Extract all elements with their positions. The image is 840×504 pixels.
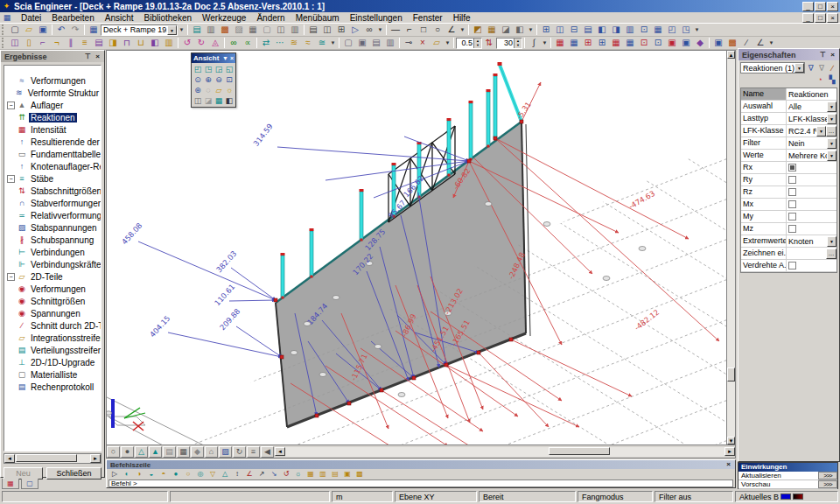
opening-icon[interactable]: ¬	[50, 37, 64, 49]
property-value[interactable]	[787, 162, 836, 173]
subregion-icon[interactable]: ⊓	[120, 37, 134, 49]
support-node[interactable]	[494, 136, 497, 140]
support-node[interactable]	[467, 159, 471, 163]
rectangle-tool-icon[interactable]: □	[416, 24, 430, 36]
snap-intersect-icon[interactable]: ◎	[194, 470, 206, 480]
open-folder-icon[interactable]: ▱	[22, 24, 36, 36]
tree-item-verbindungskr-fte[interactable]: ⊩Verbindungskräfte	[4, 258, 101, 270]
property-value[interactable]: Knoten▼	[787, 235, 836, 247]
new-document-icon[interactable]: ▢	[8, 24, 22, 36]
hscroll-thumb[interactable]	[549, 447, 610, 455]
measure-icon[interactable]: ⊸	[402, 37, 416, 49]
tree-item-auflager[interactable]: −▲Auflager	[4, 99, 101, 111]
scroll-track[interactable]	[15, 454, 90, 463]
menu-bearbeiten[interactable]: Bearbeiten	[46, 12, 99, 24]
action-expand-button[interactable]: >>>	[818, 480, 837, 488]
walk-mode-icon[interactable]: ⊙	[192, 74, 203, 85]
vscroll-thumb[interactable]	[727, 368, 735, 382]
view-folder-icon[interactable]: ▱	[214, 85, 224, 95]
section-cut-icon[interactable]: ∫	[527, 37, 541, 49]
palette-close-icon[interactable]: ×	[230, 55, 234, 61]
chevron-down-icon[interactable]: ▼	[816, 126, 826, 136]
chevron-down-icon[interactable]: ▼	[827, 150, 836, 161]
ansicht-palette-header[interactable]: Ansicht ▼ ×	[192, 53, 235, 63]
coord-angle-icon[interactable]: ∠	[243, 470, 256, 480]
checkbox-ry[interactable]	[788, 176, 796, 184]
property-value[interactable]: …	[787, 248, 836, 259]
scroll-down-icon[interactable]: ▼	[727, 437, 735, 444]
tree-item-rechenprotokoll[interactable]: ▤Rechenprotokoll	[4, 381, 101, 393]
grid-a-icon[interactable]: ▦	[304, 470, 317, 480]
ramp-icon[interactable]: ≈	[301, 37, 315, 49]
snap-perp-icon[interactable]: ▽	[206, 470, 219, 480]
library-icon[interactable]: ▦	[485, 24, 499, 36]
light-icon[interactable]: ☼	[224, 85, 234, 95]
edit-angle-icon[interactable]: ∠	[753, 37, 767, 49]
tree-item-knotenauflager-resultierenc[interactable]: ↑Knotenauflager-Resultierenc	[4, 160, 101, 172]
toolbar-grip[interactable]	[2, 38, 5, 48]
maximize-button[interactable]: □	[815, 2, 826, 11]
tree-item-intensit-t[interactable]: ▦Intensität	[4, 123, 101, 136]
property-value[interactable]	[787, 186, 836, 198]
document-pair-icon[interactable]: ▥	[288, 24, 302, 36]
coord-se-icon[interactable]: ↘	[268, 470, 280, 480]
panel-icon[interactable]: ⊔	[134, 37, 148, 49]
show-results-icon[interactable]: ▨	[219, 446, 232, 458]
close-icon[interactable]: ×	[724, 460, 733, 469]
property-value[interactable]	[787, 260, 836, 271]
snap-node-icon[interactable]: ●	[170, 470, 182, 480]
array-icon[interactable]: ⋯	[273, 37, 287, 49]
document-a-icon[interactable]: ▢	[341, 37, 355, 49]
rib-icon[interactable]: ◨	[106, 37, 120, 49]
document-c-icon[interactable]: ▤	[369, 37, 383, 49]
results-dropdown[interactable]: ▼	[767, 37, 775, 49]
circle-tool-icon[interactable]: ○	[430, 24, 444, 36]
tree-item-spannungen[interactable]: ◉Spannungen	[4, 307, 101, 319]
window-tile-11-icon[interactable]: ◳	[679, 24, 693, 36]
window-tile-1-icon[interactable]: ⊞	[539, 24, 553, 36]
snap-cursor-icon[interactable]: ▷	[108, 470, 121, 480]
menu-einstellungen[interactable]: Einstellungen	[345, 12, 408, 24]
paste-attributes-icon[interactable]: ◧	[513, 24, 527, 36]
chevron-down-icon[interactable]: ▼	[827, 236, 836, 247]
tree-item-relativverformung[interactable]: ≃Relativverformung	[4, 209, 101, 221]
properties-tab-icon[interactable]: ▢	[21, 479, 38, 489]
menu-hilfe[interactable]: Hilfe	[448, 12, 476, 24]
support-node[interactable]	[380, 388, 383, 392]
window-tile-5-icon[interactable]: ◧	[595, 24, 609, 36]
copy-attributes-icon[interactable]: ◪	[499, 24, 513, 36]
tree-item-stabspannungen[interactable]: ▨Stabspannungen	[4, 221, 101, 234]
edit-note-icon[interactable]: ∕	[739, 37, 753, 49]
color-palette-icon[interactable]: ◔	[815, 74, 825, 85]
3d-viewport[interactable]: 314.59458.08382.03110.61404.15209.88128.…	[107, 51, 726, 444]
modify-dropdown[interactable]: ▼	[329, 37, 337, 49]
tree-item-verteilungsstreifen[interactable]: ▤Verteilungsstreifen	[4, 344, 101, 356]
view-params-icon[interactable]: ≡	[247, 446, 260, 458]
support-node[interactable]	[412, 376, 416, 380]
menu-ndern[interactable]: Ändern	[251, 12, 290, 24]
grid-d-icon[interactable]: ▣	[341, 470, 354, 480]
checkbox-rx[interactable]	[788, 164, 796, 172]
viewport-vscrollbar[interactable]: ▲ ▼	[726, 51, 735, 444]
menu-datei[interactable]: Datei	[16, 12, 46, 24]
show-nodes-icon[interactable]: △	[135, 446, 148, 458]
filter-a-icon[interactable]: ∇	[806, 63, 816, 74]
spin-buttons[interactable]: ▲▼	[514, 38, 522, 48]
support-node[interactable]	[315, 414, 318, 417]
snap-tangent-icon[interactable]: △	[219, 470, 231, 480]
redo-icon[interactable]: ↷	[68, 24, 82, 36]
window-tile-4-icon[interactable]: ▤	[581, 24, 595, 36]
show-loads-icon[interactable]: ▦	[177, 446, 190, 458]
clipboard-icon[interactable]: ◩	[471, 24, 485, 36]
view-front-icon[interactable]: ◰	[192, 64, 203, 74]
tree-collapse-icon[interactable]: −	[7, 273, 15, 281]
tree-item-stabschnittgr-en[interactable]: ⇅Stabschnittgrößen	[4, 185, 101, 197]
stairs-icon[interactable]: ≋	[287, 37, 301, 49]
attachment-icon[interactable]: ∞	[362, 24, 376, 36]
window-tile-3-icon[interactable]: ⊟	[567, 24, 581, 36]
load-group-icon[interactable]: ⊡	[637, 37, 651, 49]
properties-type-combo[interactable]: Reaktionen (1) ▼	[740, 62, 805, 74]
filter-b-icon[interactable]: ∇	[816, 63, 826, 74]
new-layer-icon[interactable]: ▱	[430, 37, 444, 49]
save-results-icon[interactable]: ▣	[711, 37, 725, 49]
